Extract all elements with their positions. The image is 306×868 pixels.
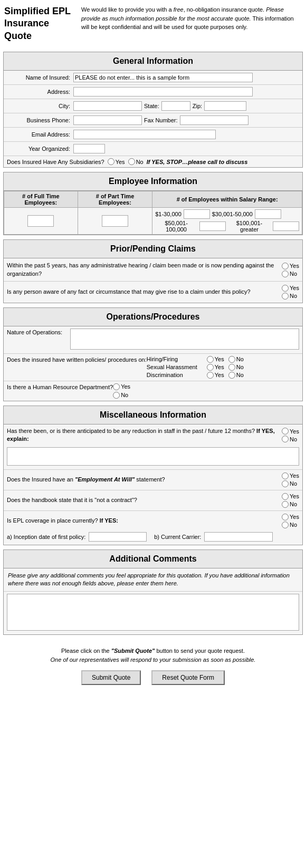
- misc-q1-yes-option[interactable]: Yes: [282, 428, 299, 435]
- app-title: Simplified EPL Insurance Quote: [4, 5, 73, 42]
- footer-buttons: Submit Quote Reset Quote Form: [11, 670, 295, 692]
- discrimination-no-option[interactable]: No: [228, 372, 244, 379]
- claim2-no-radio[interactable]: [282, 293, 289, 300]
- subsidiaries-no-option[interactable]: No: [128, 158, 144, 165]
- comments-title: Additional Comments: [4, 550, 302, 568]
- fax-input[interactable]: [180, 115, 248, 125]
- name-input[interactable]: [73, 73, 253, 82]
- hr-no-radio[interactable]: [113, 392, 120, 399]
- salary-input-3[interactable]: [199, 221, 226, 231]
- sexual-no-label: No: [236, 364, 244, 370]
- misc-q2-radio: Yes No: [282, 472, 299, 487]
- claim2-yes-option[interactable]: Yes: [282, 285, 299, 292]
- comments-description: Please give any additional comments you …: [4, 568, 302, 592]
- address-label: Address:: [7, 89, 70, 95]
- salary-range-cell: $1-30,000 $30,001-50,000 $50,001-100,000…: [152, 208, 302, 235]
- subsidiaries-label: Does Insured Have Any Subsidiaries?: [7, 159, 104, 165]
- claim1-yes-radio[interactable]: [282, 263, 289, 269]
- hr-no-option[interactable]: No: [113, 392, 130, 399]
- phone-input[interactable]: [73, 115, 142, 125]
- misc-q2-yes-option[interactable]: Yes: [282, 472, 299, 479]
- address-input[interactable]: [73, 87, 253, 97]
- claim2-yes-radio[interactable]: [282, 285, 289, 292]
- misc-q3-radio: Yes No: [282, 493, 299, 508]
- hr-yes-label: Yes: [121, 383, 130, 390]
- misc-q3-no-radio[interactable]: [282, 501, 289, 508]
- claim1-no-radio[interactable]: [282, 271, 289, 277]
- zip-label: Zip:: [193, 103, 202, 109]
- subsidiaries-yes-option[interactable]: Yes: [108, 158, 125, 165]
- misc-q1-block: Has there been, or is there anticipated …: [4, 425, 302, 470]
- parttime-input[interactable]: [102, 215, 128, 227]
- salary-input-1[interactable]: [184, 209, 210, 219]
- submit-button[interactable]: Submit Quote: [81, 670, 141, 685]
- sexual-yes-label: Yes: [215, 364, 224, 370]
- misc-q1-top: Has there been, or is there anticipated …: [4, 425, 302, 446]
- hiring-no-option[interactable]: No: [228, 356, 244, 363]
- misc-q1-no-radio[interactable]: [282, 436, 289, 442]
- subsidiaries-yes-radio[interactable]: [108, 158, 114, 165]
- subsidiaries-yes-label: Yes: [116, 159, 125, 165]
- salary-input-4[interactable]: [273, 221, 299, 231]
- hiring-yes-option[interactable]: Yes: [207, 356, 224, 363]
- fulltime-input[interactable]: [27, 215, 54, 227]
- sexual-no-radio[interactable]: [228, 364, 235, 371]
- reset-button[interactable]: Reset Quote Form: [151, 670, 225, 685]
- misc-q1-textarea[interactable]: [7, 447, 299, 466]
- misc-q4-yes-radio[interactable]: [282, 514, 289, 520]
- policies-row: Does the insured have written policies/ …: [4, 354, 302, 381]
- sexual-no-option[interactable]: No: [228, 364, 244, 371]
- sexual-yes-radio[interactable]: [207, 364, 214, 371]
- misc-q1-no-option[interactable]: No: [282, 436, 299, 442]
- claim2-no-label: No: [290, 293, 297, 299]
- carrier-input[interactable]: [204, 532, 273, 542]
- sexual-row: Sexual Harassment Yes No: [147, 364, 299, 371]
- misc-q3-yes-option[interactable]: Yes: [282, 493, 299, 500]
- hiring-no-radio[interactable]: [228, 356, 235, 363]
- year-row: Year Organized:: [4, 142, 302, 156]
- misc-q4-no-radio[interactable]: [282, 522, 289, 528]
- claim2-no-option[interactable]: No: [282, 293, 297, 300]
- discrimination-yes-radio[interactable]: [207, 372, 214, 379]
- parttime-cell: [78, 208, 152, 235]
- state-input[interactable]: [161, 101, 190, 111]
- hr-yes-radio[interactable]: [113, 383, 120, 390]
- carrier-label: b) Current Carrier:: [154, 534, 201, 540]
- misc-q4-no-option[interactable]: No: [282, 522, 299, 528]
- misc-q2-no-radio[interactable]: [282, 480, 289, 487]
- misc-q1-yes-label: Yes: [290, 428, 299, 435]
- claims-section: Prior/Pending Claims Within the past 5 y…: [3, 239, 303, 303]
- misc-q4-radio: Yes No: [282, 514, 299, 528]
- claim1-yes-option[interactable]: Yes: [282, 263, 299, 269]
- misc-q3-yes-label: Yes: [290, 493, 299, 499]
- policies-grid: Hiring/Firing Yes No Sexual Harassment Y…: [147, 356, 299, 379]
- sexual-label: Sexual Harassment: [147, 364, 205, 370]
- discrimination-no-radio[interactable]: [228, 372, 235, 379]
- misc-q4-yes-option[interactable]: Yes: [282, 514, 299, 520]
- nature-textarea[interactable]: [70, 329, 299, 350]
- misc-q2-yes-label: Yes: [290, 472, 299, 479]
- employee-info-title: Employee Information: [4, 172, 302, 191]
- misc-q2-no-option[interactable]: No: [282, 480, 299, 487]
- misc-q3-no-option[interactable]: No: [282, 501, 299, 508]
- inception-label: a) Inception date of first policy:: [7, 534, 85, 540]
- misc-q2-yes-radio[interactable]: [282, 472, 289, 479]
- zip-input[interactable]: [204, 101, 246, 111]
- comments-textarea[interactable]: [7, 594, 299, 631]
- general-information-section: General Information Name of Insured: Add…: [3, 52, 303, 168]
- subsidiaries-no-radio[interactable]: [128, 158, 135, 165]
- inception-input[interactable]: [89, 532, 147, 542]
- misc-q1-yes-radio[interactable]: [282, 428, 289, 435]
- salary-input-2[interactable]: [255, 209, 281, 219]
- discrimination-yes-option[interactable]: Yes: [207, 372, 224, 379]
- year-input[interactable]: [73, 144, 105, 153]
- city-input[interactable]: [73, 101, 142, 111]
- sexual-yes-option[interactable]: Yes: [207, 364, 224, 371]
- city-label: City:: [7, 103, 70, 109]
- employee-information-section: Employee Information # of Full Time Empl…: [3, 172, 303, 235]
- hiring-yes-radio[interactable]: [207, 356, 214, 363]
- email-input[interactable]: [73, 130, 216, 139]
- misc-q3-yes-radio[interactable]: [282, 493, 289, 500]
- hr-yes-option[interactable]: Yes: [113, 383, 130, 390]
- claim1-no-option[interactable]: No: [282, 271, 297, 277]
